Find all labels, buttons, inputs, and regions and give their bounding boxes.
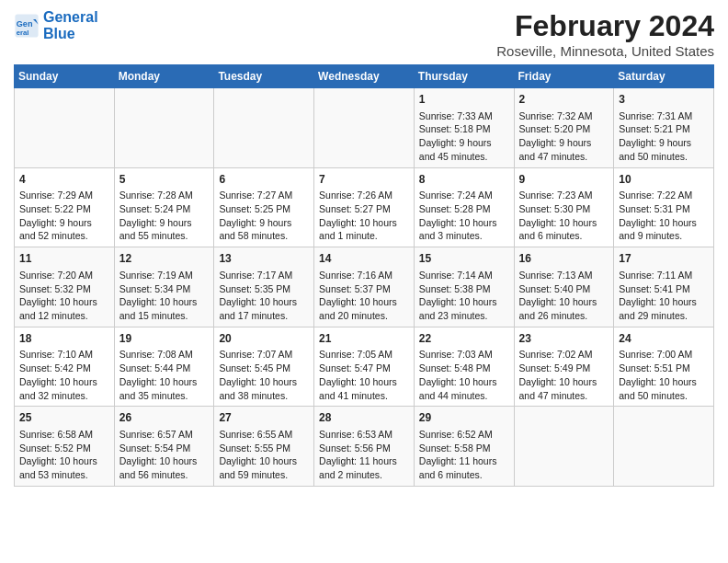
column-header-saturday: Saturday [614,65,714,88]
day-info: Daylight: 10 hours and 12 minutes. [19,295,109,322]
day-info: Sunset: 5:49 PM [519,362,609,375]
day-info: Daylight: 10 hours and 29 minutes. [619,295,709,322]
day-info: Sunset: 5:31 PM [619,202,709,216]
day-info: Sunrise: 7:32 AM [519,109,609,123]
day-info: Sunrise: 6:53 AM [319,428,409,442]
day-number: 6 [219,172,309,188]
day-number: 12 [119,251,210,267]
calendar-cell: 1Sunrise: 7:33 AMSunset: 5:18 PMDaylight… [414,88,514,168]
day-number: 28 [319,410,409,426]
day-info: Daylight: 10 hours and 32 minutes. [19,375,109,402]
calendar-cell: 22Sunrise: 7:03 AMSunset: 5:48 PMDayligh… [414,327,514,407]
day-info: Sunrise: 7:13 AM [519,269,609,282]
day-info: Sunrise: 7:24 AM [419,189,509,202]
day-info: Sunset: 5:35 PM [219,282,309,296]
calendar-cell: 29Sunrise: 6:52 AMSunset: 5:58 PMDayligh… [414,407,514,487]
day-info: Sunrise: 6:57 AM [119,428,210,442]
day-info: Sunset: 5:38 PM [419,282,509,296]
day-info: Daylight: 9 hours and 45 minutes. [419,136,509,163]
day-info: Sunset: 5:27 PM [319,202,409,216]
day-info: Daylight: 10 hours and 35 minutes. [119,375,210,402]
logo-text: General Blue [43,9,98,41]
day-number: 21 [319,331,409,347]
day-info: Daylight: 10 hours and 50 minutes. [619,375,709,402]
day-info: Daylight: 10 hours and 56 minutes. [119,454,210,481]
day-number: 2 [519,92,609,108]
day-info: Daylight: 10 hours and 59 minutes. [219,454,309,481]
day-info: Daylight: 10 hours and 15 minutes. [119,295,210,322]
day-number: 3 [619,92,709,108]
svg-text:Gen: Gen [17,19,33,29]
column-header-wednesday: Wednesday [314,65,415,88]
day-info: Daylight: 10 hours and 26 minutes. [519,295,609,322]
week-row-1: 1Sunrise: 7:33 AMSunset: 5:18 PMDaylight… [15,88,714,168]
day-number: 24 [619,331,709,347]
day-info: Sunset: 5:44 PM [119,362,210,375]
day-info: Sunrise: 7:00 AM [619,348,709,362]
day-number: 10 [619,172,709,188]
day-info: Sunset: 5:18 PM [419,122,509,136]
day-info: Sunset: 5:20 PM [519,122,609,136]
day-number: 15 [419,251,509,267]
day-info: Daylight: 10 hours and 9 minutes. [619,216,709,243]
day-info: Sunrise: 7:11 AM [619,269,709,282]
calendar-cell: 2Sunrise: 7:32 AMSunset: 5:20 PMDaylight… [514,88,614,168]
logo-icon: Gen eral [14,13,40,39]
calendar-cell: 26Sunrise: 6:57 AMSunset: 5:54 PMDayligh… [114,407,214,487]
calendar-cell: 10Sunrise: 7:22 AMSunset: 5:31 PMDayligh… [614,167,714,247]
day-info: Sunrise: 6:52 AM [419,428,509,442]
day-info: Sunset: 5:52 PM [19,442,109,455]
day-info: Sunrise: 7:19 AM [119,269,210,282]
day-info: Sunrise: 7:02 AM [519,348,609,362]
calendar-cell: 16Sunrise: 7:13 AMSunset: 5:40 PMDayligh… [514,247,614,327]
day-info: Sunrise: 7:22 AM [619,189,709,202]
day-info: Sunrise: 7:29 AM [19,189,109,202]
day-info: Daylight: 10 hours and 3 minutes. [419,216,509,243]
day-info: Sunrise: 7:17 AM [219,269,309,282]
header: Gen eral General Blue February 2024 Rose… [14,9,714,59]
calendar-table: SundayMondayTuesdayWednesdayThursdayFrid… [14,64,714,487]
calendar-cell [214,88,314,168]
day-number: 23 [519,331,609,347]
day-info: Daylight: 10 hours and 47 minutes. [519,375,609,402]
day-number: 11 [19,251,109,267]
calendar-cell [314,88,415,168]
calendar-cell [514,407,614,487]
day-info: Sunset: 5:42 PM [19,362,109,375]
calendar-cell: 11Sunrise: 7:20 AMSunset: 5:32 PMDayligh… [15,247,115,327]
day-number: 4 [19,172,109,188]
calendar-cell: 4Sunrise: 7:29 AMSunset: 5:22 PMDaylight… [15,167,115,247]
subtitle: Roseville, Minnesota, United States [496,43,714,59]
week-row-3: 11Sunrise: 7:20 AMSunset: 5:32 PMDayligh… [15,247,714,327]
day-info: Sunrise: 7:33 AM [419,109,509,123]
day-info: Sunrise: 6:55 AM [219,428,309,442]
day-info: Sunset: 5:34 PM [119,282,210,296]
calendar-cell [114,88,214,168]
logo: Gen eral General Blue [14,9,98,41]
svg-text:eral: eral [17,28,29,36]
calendar-cell: 13Sunrise: 7:17 AMSunset: 5:35 PMDayligh… [214,247,314,327]
calendar-cell: 21Sunrise: 7:05 AMSunset: 5:47 PMDayligh… [314,327,415,407]
calendar-header: SundayMondayTuesdayWednesdayThursdayFrid… [15,65,714,88]
calendar-cell: 20Sunrise: 7:07 AMSunset: 5:45 PMDayligh… [214,327,314,407]
day-number: 27 [219,410,309,426]
day-number: 9 [519,172,609,188]
day-info: Sunset: 5:21 PM [619,122,709,136]
calendar-cell: 8Sunrise: 7:24 AMSunset: 5:28 PMDaylight… [414,167,514,247]
column-header-friday: Friday [514,65,614,88]
week-row-4: 18Sunrise: 7:10 AMSunset: 5:42 PMDayligh… [15,327,714,407]
header-row: SundayMondayTuesdayWednesdayThursdayFrid… [15,65,714,88]
calendar-cell: 12Sunrise: 7:19 AMSunset: 5:34 PMDayligh… [114,247,214,327]
day-info: Sunset: 5:47 PM [319,362,409,375]
day-info: Daylight: 10 hours and 20 minutes. [319,295,409,322]
day-info: Sunrise: 7:31 AM [619,109,709,123]
week-row-2: 4Sunrise: 7:29 AMSunset: 5:22 PMDaylight… [15,167,714,247]
day-info: Daylight: 9 hours and 47 minutes. [519,136,609,163]
column-header-sunday: Sunday [15,65,115,88]
day-info: Sunset: 5:40 PM [519,282,609,296]
calendar-cell: 9Sunrise: 7:23 AMSunset: 5:30 PMDaylight… [514,167,614,247]
day-number: 25 [19,410,109,426]
day-info: Sunset: 5:30 PM [519,202,609,216]
day-info: Daylight: 10 hours and 38 minutes. [219,375,309,402]
day-info: Sunrise: 7:14 AM [419,269,509,282]
